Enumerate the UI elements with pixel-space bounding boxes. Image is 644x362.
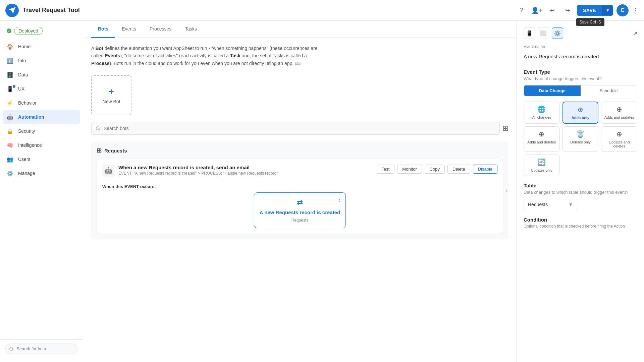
test-button[interactable]: Test bbox=[377, 165, 395, 174]
copy-button[interactable]: Copy bbox=[425, 165, 445, 174]
data-icon: 🗄️ bbox=[7, 71, 13, 78]
sidebar-item-security[interactable]: 🔒 Security bbox=[0, 124, 83, 138]
event-name-field: Event name A new Requests record is crea… bbox=[524, 44, 637, 62]
disable-button[interactable]: Disable bbox=[473, 165, 497, 174]
search-bots-bar: ⊞ bbox=[91, 122, 508, 135]
app-logo bbox=[5, 4, 19, 17]
adds-updates-label: Adds and updates bbox=[604, 115, 634, 119]
event-type-title: Event Type bbox=[524, 69, 637, 75]
sidebar-item-intelligence[interactable]: 🧠 Intelligence bbox=[0, 138, 83, 152]
rp-layout-icon-btn[interactable]: ⬜ bbox=[538, 27, 549, 39]
add-collaborator-button[interactable]: 👤+ bbox=[531, 4, 543, 16]
tab-tasks[interactable]: Tasks bbox=[178, 21, 204, 38]
change-type-deletes-only[interactable]: 🗑️ Deletes only bbox=[562, 126, 599, 152]
tab-bots[interactable]: Bots bbox=[91, 21, 115, 38]
change-type-adds-only[interactable]: ⊕ Adds only bbox=[562, 102, 599, 124]
sidebar-label-behavior: Behavior bbox=[18, 100, 37, 106]
event-card[interactable]: ⋮ ⇄ A new Requests record is created Req… bbox=[254, 192, 346, 228]
bots-description: A Bot defines the automation you want Ap… bbox=[91, 45, 319, 67]
adds-deletes-icon: ⊕ bbox=[539, 130, 544, 138]
change-type-adds-deletes[interactable]: ⊕ Adds and deletes bbox=[524, 126, 560, 152]
help-button[interactable]: ? bbox=[515, 4, 527, 16]
event-type-subtitle: What type of change triggers this event? bbox=[524, 76, 637, 81]
event-label: When this EVENT occurs: bbox=[102, 184, 497, 189]
change-type-all[interactable]: 🌐 All changes bbox=[524, 102, 560, 124]
sidebar-item-home[interactable]: 🏠 Home bbox=[0, 40, 83, 54]
search-bots-input[interactable] bbox=[91, 122, 500, 135]
updates-deletes-icon: ⊕ bbox=[616, 130, 622, 138]
sidebar-item-manage[interactable]: ⚙️ Manage bbox=[0, 166, 83, 180]
deletes-only-label: Deletes only bbox=[570, 140, 591, 144]
content-body: A Bot defines the automation you want Ap… bbox=[83, 38, 517, 246]
bot-section-title: Requests bbox=[104, 148, 127, 154]
sidebar-item-info[interactable]: ℹ️ Info bbox=[0, 54, 83, 68]
adds-updates-icon: ⊕ bbox=[616, 105, 622, 113]
updates-deletes-label: Updates and deletes bbox=[603, 140, 635, 148]
event-type-data-change[interactable]: Data Change bbox=[524, 85, 581, 96]
bot-card-actions: Test Monitor Copy Delete Disable bbox=[377, 165, 498, 174]
event-card-menu-icon[interactable]: ⋮ bbox=[337, 195, 343, 203]
redo-button[interactable]: ↪ bbox=[561, 4, 574, 16]
condition-desc: Optional condition that is checked befor… bbox=[524, 224, 637, 229]
sidebar-item-ux[interactable]: 📱 UX bbox=[0, 82, 83, 96]
sidebar-item-behavior[interactable]: ⚡ Behavior bbox=[0, 96, 83, 110]
event-name-value[interactable]: A new Requests record is created bbox=[524, 51, 637, 62]
adds-only-icon: ⊕ bbox=[578, 106, 583, 114]
tab-processes[interactable]: Processes bbox=[143, 21, 178, 38]
delete-button[interactable]: Delete bbox=[447, 165, 470, 174]
new-bot-card[interactable]: + New Bot bbox=[91, 75, 131, 115]
security-icon: 🔒 bbox=[7, 128, 13, 134]
change-type-adds-updates[interactable]: ⊕ Adds and updates bbox=[601, 102, 637, 124]
all-changes-label: All changes bbox=[532, 115, 551, 119]
right-panel: 📱 ⬜ ⚙️ ↗ Event name A new Requests recor… bbox=[517, 21, 644, 362]
save-tooltip: Save Ctrl+S bbox=[576, 18, 604, 26]
sidebar-label-automation: Automation bbox=[18, 114, 44, 120]
condition-title: Condition bbox=[524, 217, 637, 223]
save-dropdown-button[interactable]: ▼ bbox=[602, 5, 613, 15]
search-help-input[interactable] bbox=[5, 344, 77, 354]
search-help-area bbox=[0, 339, 83, 358]
sidebar-item-users[interactable]: 👥 Users bbox=[0, 152, 83, 166]
table-dropdown[interactable]: Requests ▼ bbox=[524, 199, 577, 210]
scroll-indicator-icon: › bbox=[506, 187, 508, 194]
info-icon: ℹ️ bbox=[7, 57, 13, 64]
rp-expand-icon[interactable]: ↗ bbox=[633, 30, 637, 37]
tabs-bar: Bots Events Processes Tasks bbox=[83, 21, 517, 38]
save-button[interactable]: SAVE bbox=[577, 5, 602, 16]
status-badge: Deployed bbox=[0, 25, 83, 40]
new-bot-plus-icon: + bbox=[109, 86, 114, 97]
updates-only-icon: 🔄 bbox=[537, 158, 546, 166]
rp-settings-icon-btn[interactable]: ⚙️ bbox=[552, 27, 563, 39]
avatar[interactable]: C bbox=[616, 4, 629, 16]
monitor-button[interactable]: Monitor bbox=[397, 165, 422, 174]
main: Bots Events Processes Tasks A Bot define… bbox=[83, 21, 644, 362]
tab-events[interactable]: Events bbox=[115, 21, 143, 38]
bot-card-title: When a new Requests record is created, s… bbox=[118, 165, 373, 170]
sidebar-label-home: Home bbox=[18, 44, 31, 49]
rp-mobile-icon-btn[interactable]: 📱 bbox=[524, 27, 535, 39]
event-card-title: A new Requests record is created bbox=[260, 209, 340, 215]
right-panel-icons: 📱 ⬜ ⚙️ bbox=[524, 27, 563, 39]
bot-card-info: When a new Requests record is created, s… bbox=[118, 165, 373, 176]
sidebar-label-ux: UX bbox=[18, 86, 24, 92]
status-dot-icon bbox=[7, 28, 11, 33]
home-icon: 🏠 bbox=[7, 43, 13, 50]
bot-card-icon: 🤖 bbox=[102, 165, 114, 177]
condition-section: Condition Optional condition that is che… bbox=[524, 217, 637, 229]
ux-dot-indicator bbox=[13, 85, 15, 88]
event-type-schedule[interactable]: Schedule bbox=[581, 85, 637, 96]
bot-section-requests: ⊞ Requests 🤖 When a new Requests record … bbox=[91, 141, 508, 239]
change-types-grid: 🌐 All changes ⊕ Adds only ⊕ Adds and upd… bbox=[524, 102, 637, 176]
event-section: When this EVENT occurs: ⋮ ⇄ A new Reques… bbox=[102, 184, 497, 228]
undo-button[interactable]: ↩ bbox=[546, 4, 558, 16]
sidebar-item-automation[interactable]: 🤖 Automation bbox=[3, 110, 80, 124]
adds-only-label: Adds only bbox=[572, 116, 589, 120]
event-type-section: Event Type What type of change triggers … bbox=[524, 69, 637, 176]
sidebar-item-data[interactable]: 🗄️ Data bbox=[0, 68, 83, 82]
change-type-updates-only[interactable]: 🔄 Updates only bbox=[524, 155, 560, 176]
grid-view-icon[interactable]: ⊞ bbox=[502, 124, 508, 133]
more-menu-button[interactable]: ⋮ bbox=[632, 6, 639, 14]
table-dropdown-value: Requests bbox=[528, 202, 548, 207]
topbar: Travel Request Tool ? 👤+ ↩ ↪ SAVE ▼ Save… bbox=[0, 0, 644, 21]
change-type-updates-deletes[interactable]: ⊕ Updates and deletes bbox=[601, 126, 637, 152]
